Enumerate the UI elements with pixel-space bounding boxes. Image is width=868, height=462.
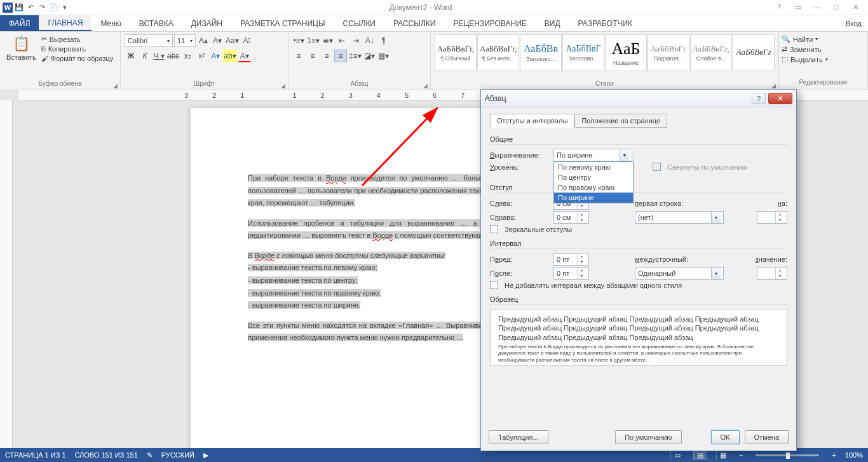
select-button[interactable]: ⬚Выделить▾	[782, 55, 865, 64]
tab-developer[interactable]: РАЗРАБОТЧИК	[569, 15, 642, 31]
linespacing-combo[interactable]: Одинарный▾	[635, 267, 724, 280]
spin-up-icon[interactable]: ▴	[775, 268, 784, 273]
new-doc-icon[interactable]: 📄	[48, 3, 58, 13]
strike-button[interactable]: abc	[166, 50, 180, 62]
tab-view[interactable]: ВИД	[536, 15, 569, 31]
clipboard-launcher-icon[interactable]: ◢	[112, 83, 119, 89]
align-option-center[interactable]: По центру	[554, 172, 633, 182]
paste-button[interactable]: 📋 Вставить	[4, 34, 39, 62]
spin-down-icon[interactable]: ▾	[577, 273, 586, 279]
redo-icon[interactable]: ↷	[37, 3, 47, 13]
decrease-indent-button[interactable]: ⇤	[336, 34, 348, 47]
align-left-button[interactable]: ≡	[292, 50, 305, 62]
zoom-value[interactable]: 100%	[845, 451, 863, 459]
replace-button[interactable]: ⇄Заменить	[782, 44, 865, 54]
shrink-font-button[interactable]: A▾	[211, 34, 224, 47]
dialog-help-icon[interactable]: ?	[752, 93, 766, 104]
sign-in[interactable]: Вход	[839, 15, 868, 31]
status-page[interactable]: СТРАНИЦА 1 ИЗ 1	[5, 451, 66, 459]
spin-up-icon[interactable]: ▴	[775, 212, 784, 217]
text-effects-button[interactable]: A▾	[209, 50, 222, 62]
format-painter-button[interactable]: 🖌Формат по образцу	[41, 54, 114, 63]
font-color-button[interactable]: A▾	[238, 50, 251, 62]
spin-up-icon[interactable]: ▴	[577, 268, 586, 273]
font-size-selector[interactable]: 11▾	[174, 34, 196, 47]
mirror-checkbox[interactable]	[490, 225, 498, 233]
align-center-button[interactable]: ≡	[306, 50, 319, 62]
firstline-combo[interactable]: (нет)▾	[635, 211, 724, 224]
superscript-button[interactable]: x²	[195, 50, 208, 62]
after-spinner[interactable]: 0 пт▴▾	[553, 267, 589, 280]
tab-design[interactable]: ДИЗАЙН	[182, 15, 231, 31]
dialog-titlebar[interactable]: Абзац ? ✕	[481, 90, 796, 107]
chevron-down-icon[interactable]: ▾	[711, 268, 721, 279]
spin-down-icon[interactable]: ▾	[775, 217, 784, 223]
tab-layout[interactable]: РАЗМЕТКА СТРАНИЦЫ	[231, 15, 334, 31]
macro-icon[interactable]: ▶	[203, 451, 208, 459]
dialog-tab-indents[interactable]: Отступы и интервалы	[490, 114, 574, 128]
spin-up-icon[interactable]: ▴	[577, 254, 586, 259]
sort-button[interactable]: A↓	[363, 34, 376, 47]
style-item[interactable]: АаБНазвание	[605, 34, 647, 71]
increase-indent-button[interactable]: ⇥	[349, 34, 362, 47]
find-button[interactable]: 🔍Найти▾	[782, 34, 865, 44]
indent-right-spinner[interactable]: 0 см▴▾	[553, 211, 589, 224]
spin-down-icon[interactable]: ▾	[775, 273, 784, 279]
ok-button[interactable]: ОК	[711, 430, 740, 444]
spin-down-icon[interactable]: ▾	[577, 259, 586, 265]
multilevel-button[interactable]: ≣▾	[322, 34, 334, 47]
vertical-ruler[interactable]	[0, 100, 13, 448]
chevron-down-icon[interactable]: ▾	[711, 212, 721, 223]
style-item[interactable]: АаБбВвГг,Слабое в...	[690, 34, 732, 71]
numbering-button[interactable]: 1≡▾	[306, 34, 320, 47]
default-button[interactable]: По умолчанию	[615, 430, 681, 444]
style-item[interactable]: АаБбВвГг,¶ Без инте...	[477, 34, 519, 71]
subscript-button[interactable]: x₂	[181, 50, 194, 62]
print-layout-icon[interactable]: ▤	[693, 450, 707, 460]
tab-mailings[interactable]: РАССЫЛКИ	[384, 15, 444, 31]
tab-menu[interactable]: Меню	[92, 15, 130, 31]
cut-button[interactable]: ✂Вырезать	[41, 34, 114, 44]
close-icon[interactable]: ✕	[848, 3, 863, 11]
tab-insert[interactable]: ВСТАВКА	[130, 15, 182, 31]
line-spacing-button[interactable]: ‡≡▾	[348, 50, 362, 62]
style-item[interactable]: АаБбВвГг,¶ Обычный	[435, 34, 477, 71]
borders-button[interactable]: ▦▾	[377, 50, 390, 62]
copy-button[interactable]: ⎘Копировать	[41, 44, 114, 53]
tab-review[interactable]: РЕЦЕНЗИРОВАНИЕ	[444, 15, 535, 31]
zoom-in-icon[interactable]: +	[832, 451, 836, 459]
web-layout-icon[interactable]: ▦	[716, 450, 730, 460]
tab-file[interactable]: ФАЙЛ	[0, 15, 39, 31]
tabs-button[interactable]: Табуляция...	[489, 430, 548, 444]
tab-references[interactable]: ССЫЛКИ	[334, 15, 384, 31]
styles-launcher-icon[interactable]: ◢	[770, 83, 777, 89]
change-case-button[interactable]: Aa▾	[225, 34, 240, 47]
maximize-icon[interactable]: □	[829, 3, 844, 11]
nospace-checkbox[interactable]	[490, 281, 498, 289]
align-justify-button[interactable]: ≡	[334, 50, 347, 62]
zoom-slider[interactable]	[756, 454, 819, 456]
align-right-button[interactable]: ≡	[320, 50, 333, 62]
align-option-justify[interactable]: По ширине	[554, 193, 633, 203]
value-spinner[interactable]: ▴▾	[757, 267, 787, 280]
style-item[interactable]: АаБбВвЗаголово...	[520, 34, 562, 71]
zoom-thumb[interactable]	[786, 452, 790, 459]
grow-font-button[interactable]: A▴	[197, 34, 210, 47]
spin-down-icon[interactable]: ▾	[577, 217, 586, 223]
bold-button[interactable]: Ж	[125, 50, 137, 62]
shading-button[interactable]: ◪▾	[363, 50, 376, 62]
dialog-tab-position[interactable]: Положение на странице	[574, 114, 667, 128]
minimize-icon[interactable]: —	[810, 3, 825, 11]
chevron-down-icon[interactable]: ▼	[620, 149, 629, 161]
cancel-button[interactable]: Отмена	[745, 430, 789, 444]
firstline-on-spinner[interactable]: ▴▾	[757, 211, 787, 224]
help-icon[interactable]: ?	[771, 3, 787, 11]
save-icon[interactable]: 💾	[14, 3, 24, 13]
zoom-out-icon[interactable]: −	[739, 451, 743, 459]
paragraph-launcher-icon[interactable]: ◢	[422, 83, 429, 89]
show-marks-button[interactable]: ¶	[377, 34, 390, 47]
alignment-combo[interactable]: По ширине ▼ По левому краю По центру По …	[553, 149, 632, 161]
undo-icon[interactable]: ↶	[25, 3, 36, 13]
align-option-right[interactable]: По правому краю	[554, 182, 633, 193]
underline-button[interactable]: Ч ▾	[153, 50, 165, 62]
